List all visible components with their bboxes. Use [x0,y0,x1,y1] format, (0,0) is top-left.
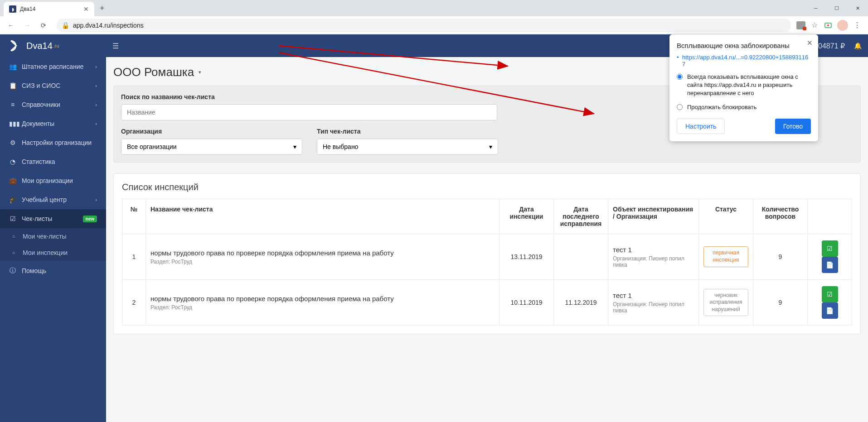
popup-blocked-dialog: ✕ Всплывающие окна заблокированы https:/… [669,34,818,141]
hamburger-icon[interactable]: ☰ [112,42,119,50]
check-button[interactable]: ☑ [822,240,838,257]
sidebar-item-10[interactable]: ○Мои инспекции [0,245,106,261]
bell-icon[interactable]: 🔔 [854,42,862,49]
menu-label: Учебный центр [22,196,67,203]
menu-label: Чек-листы [22,215,52,222]
menu-icon: ○ [10,250,17,255]
menu-icon: ◔ [9,158,16,165]
menu-icon: 📋 [9,82,16,89]
window-controls: ─ ☐ ✕ [805,0,868,16]
popup-blocked-icon[interactable] [796,21,805,30]
chevron-right-icon: › [95,197,97,202]
cell-object: тест 1 Организация: Пионер попил пивка [608,234,699,280]
bookmark-icon[interactable]: ☆ [810,21,819,30]
browser-toolbar: ← → ⟳ 🔒 app.dva14.ru/inspections ☆ ⋮ [0,16,868,34]
table-header-row: № Название чек-листа Дата инспекции Дата… [122,199,852,234]
popup-blocked-link[interactable]: https://app.dva14.ru/...=0.92220800+1588… [677,54,811,67]
tab-title: Два14 [20,6,80,12]
sidebar-item-4[interactable]: ⚙Настройки организации [0,133,106,152]
cell-count: 9 [753,234,808,280]
sidebar-item-6[interactable]: 💼Мои организации [0,171,106,190]
sidebar-item-3[interactable]: ▮▮▮Документы› [0,114,106,133]
popup-title: Всплывающие окна заблокированы [677,42,811,49]
radio-block-input[interactable] [677,104,683,110]
balance-display: 104871 ₽ [814,42,845,50]
done-button[interactable]: Готово [775,119,811,134]
document-button[interactable]: 📄 [822,302,838,319]
svg-point-1 [827,24,829,26]
settings-button[interactable]: Настроить [677,119,725,134]
browser-tab[interactable]: ◗ Два14 ✕ [4,2,94,16]
close-tab-icon[interactable]: ✕ [83,5,89,13]
menu-label: Мои организации [22,177,73,184]
tab-strip: ◗ Два14 ✕ + ─ ☐ ✕ [0,0,868,16]
sidebar-item-7[interactable]: 🎓Учебный центр› [0,190,106,209]
document-button[interactable]: 📄 [822,257,838,273]
check-button[interactable]: ☑ [822,286,838,302]
profile-avatar[interactable] [837,20,848,31]
th-date: Дата инспекции [499,199,554,234]
th-count: Количество вопросов [753,199,808,234]
table-row: 2 нормы трудового права по проверке поря… [122,280,852,326]
menu-label: Справочники [22,101,60,108]
logo-text: Dva14 [26,41,53,51]
address-bar[interactable]: 🔒 app.dva14.ru/inspections [56,19,791,32]
menu-label: Документы [22,120,54,127]
sidebar-item-1[interactable]: 📋СИЗ и СИОС› [0,76,106,95]
list-panel: Список инспекций № Название чек-листа Да… [113,173,861,334]
cell-num: 1 [122,234,146,280]
table-row: 1 нормы трудового права по проверке поря… [122,234,852,280]
close-icon[interactable]: ✕ [807,39,813,47]
sidebar-item-5[interactable]: ◔Статистика [0,152,106,171]
status-badge: первичная инспекция [703,246,748,267]
close-window-button[interactable]: ✕ [847,0,868,16]
chevron-down-icon: ▾ [293,143,296,150]
menu-icon: ⓘ [9,267,16,275]
forward-button[interactable]: → [20,18,34,33]
logo[interactable]: Dva14 .ru [0,34,106,57]
chevron-down-icon: ▾ [489,143,492,150]
back-button[interactable]: ← [4,18,18,33]
radio-allow[interactable]: Всегда показывать всплывающие окна с сай… [677,73,811,98]
reload-button[interactable]: ⟳ [36,18,51,33]
maximize-button[interactable]: ☐ [826,0,847,16]
radio-block[interactable]: Продолжать блокировать [677,103,811,111]
chevron-right-icon: › [95,102,97,107]
list-title: Список инспекций [122,182,852,192]
sidebar-item-9[interactable]: ○Мои чек-листы [0,228,106,245]
cell-name: нормы трудового права по проверке порядк… [146,234,499,280]
cell-num: 2 [122,280,146,326]
sidebar-item-11[interactable]: ⓘПомощь [0,261,106,281]
th-object: Объект инспектирования / Организация [608,199,699,234]
chevron-right-icon: › [95,83,97,88]
url-text: app.dva14.ru/inspections [73,22,144,29]
org-select[interactable]: Все организации ▾ [121,139,302,155]
sidebar-item-8[interactable]: ☑Чек-листыnew [0,209,106,228]
cell-actions: ☑ 📄 [808,280,852,326]
chrome-menu-icon[interactable]: ⋮ [853,21,862,30]
th-status: Статус [699,199,753,234]
extension-icon[interactable] [824,21,833,30]
sidebar: Dva14 .ru 👥Штатное расписание›📋СИЗ и СИО… [0,34,106,422]
menu-label: Мои чек-листы [23,233,67,240]
cell-status: черновик исправления нарушений [699,280,753,326]
th-num: № [122,199,146,234]
th-actions [808,199,852,234]
sidebar-item-2[interactable]: ≡Справочники› [0,95,106,114]
type-label: Тип чек-листа [317,128,498,135]
radio-allow-input[interactable] [677,74,683,80]
th-name: Название чек-листа [146,199,499,234]
minimize-button[interactable]: ─ [805,0,826,16]
cell-date-fix [554,234,608,280]
type-select[interactable]: Не выбрано ▾ [317,139,498,155]
search-input[interactable] [121,104,497,120]
new-tab-button[interactable]: + [94,4,110,13]
cell-date-fix: 11.12.2019 [554,280,608,326]
cell-status: первичная инспекция [699,234,753,280]
cell-count: 9 [753,280,808,326]
sidebar-item-0[interactable]: 👥Штатное расписание› [0,57,106,76]
new-badge: new [83,216,97,222]
menu-label: Настройки организации [22,139,92,146]
menu-icon: ☑ [9,215,16,222]
extension-icons: ☆ ⋮ [796,20,864,31]
